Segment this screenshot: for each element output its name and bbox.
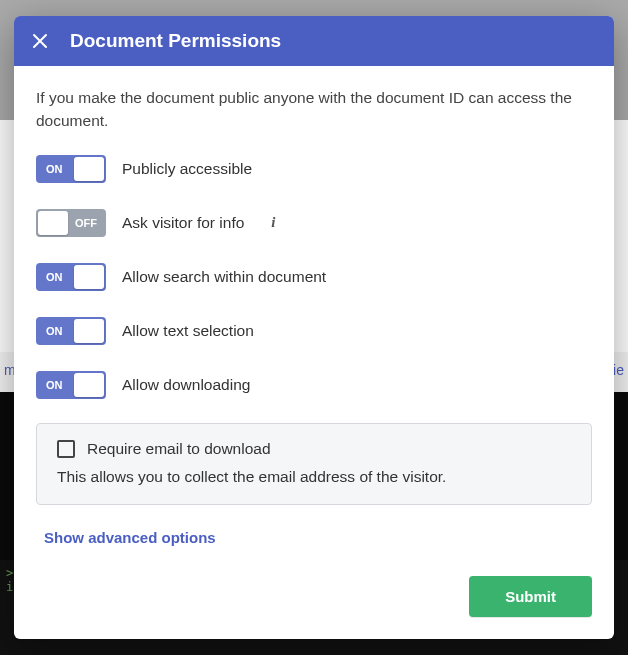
toggle-switch[interactable]: ON — [36, 371, 106, 399]
modal-body: If you make the document public anyone w… — [14, 66, 614, 566]
checkbox-row: Require email to download — [57, 440, 571, 458]
toggle-knob — [74, 265, 104, 289]
modal-header: Document Permissions — [14, 16, 614, 66]
toggle-knob — [38, 211, 68, 235]
toggle-switch[interactable]: ON — [36, 263, 106, 291]
toggle-label: Ask visitor for info — [122, 214, 244, 232]
toggle-publicly-accessible: ON Publicly accessible — [36, 155, 592, 183]
toggle-state: ON — [46, 163, 63, 175]
modal-footer: Submit — [14, 566, 614, 639]
toggle-label: Allow text selection — [122, 322, 254, 340]
submit-button[interactable]: Submit — [469, 576, 592, 617]
toggle-state: OFF — [75, 217, 97, 229]
info-icon[interactable]: i — [264, 214, 282, 232]
modal-title: Document Permissions — [70, 30, 281, 52]
close-icon[interactable] — [30, 31, 50, 51]
document-permissions-modal: Document Permissions If you make the doc… — [14, 16, 614, 639]
toggle-knob — [74, 319, 104, 343]
toggle-switch[interactable]: ON — [36, 155, 106, 183]
toggle-switch[interactable]: ON — [36, 317, 106, 345]
toggle-label: Allow downloading — [122, 376, 250, 394]
show-advanced-options-link[interactable]: Show advanced options — [36, 525, 224, 550]
toggle-state: ON — [46, 379, 63, 391]
sub-panel-description: This allows you to collect the email add… — [57, 468, 571, 486]
toggle-allow-downloading: ON Allow downloading — [36, 371, 592, 399]
toggle-state: ON — [46, 271, 63, 283]
toggle-label: Allow search within document — [122, 268, 326, 286]
require-email-panel: Require email to download This allows yo… — [36, 423, 592, 505]
toggle-ask-visitor-info: OFF Ask visitor for info i — [36, 209, 592, 237]
toggle-knob — [74, 157, 104, 181]
toggle-label: Publicly accessible — [122, 160, 252, 178]
toggle-switch[interactable]: OFF — [36, 209, 106, 237]
toggle-knob — [74, 373, 104, 397]
toggle-allow-search: ON Allow search within document — [36, 263, 592, 291]
toggle-allow-text-selection: ON Allow text selection — [36, 317, 592, 345]
toggle-state: ON — [46, 325, 63, 337]
require-email-checkbox[interactable] — [57, 440, 75, 458]
modal-description: If you make the document public anyone w… — [36, 86, 592, 133]
checkbox-label: Require email to download — [87, 440, 271, 458]
